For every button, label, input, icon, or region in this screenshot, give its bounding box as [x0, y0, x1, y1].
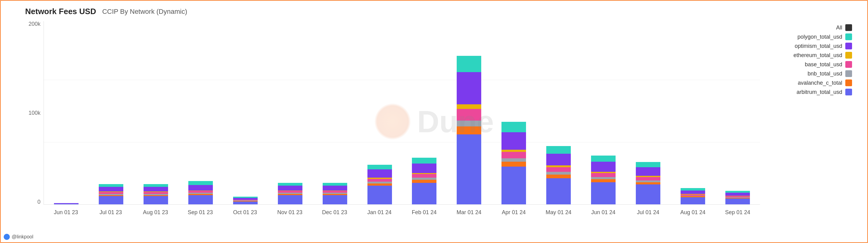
- bar-segment-2-0: [144, 196, 168, 204]
- bar-segment-13-3: [636, 177, 660, 180]
- bar-stack-8: [412, 158, 436, 204]
- legend-label-6: avalanche_c_total: [798, 80, 842, 86]
- x-label-14: Aug 01 24: [671, 209, 715, 216]
- bar-group-6: [313, 21, 357, 204]
- bar-segment-9-3: [457, 109, 481, 121]
- bar-segment-9-5: [457, 72, 481, 104]
- bar-segment-1-5: [99, 187, 123, 191]
- legend-label-5: bnb_total_usd: [808, 70, 842, 77]
- bar-segment-10-3: [501, 152, 526, 158]
- bar-segment-9-2: [457, 121, 481, 126]
- bar-segment-12-3: [591, 173, 616, 177]
- legend-color-2: [845, 43, 852, 50]
- x-label-4: Oct 01 23: [223, 209, 268, 216]
- chart-container: Network Fees USD CCIP By Network (Dynami…: [0, 0, 868, 243]
- bar-group-5: [268, 21, 313, 204]
- legend-color-4: [845, 61, 852, 68]
- bar-stack-10: [501, 122, 526, 204]
- bar-segment-12-2: [591, 177, 616, 180]
- legend-item-6: avalanche_c_total: [766, 80, 852, 86]
- bar-stack-12: [591, 156, 616, 204]
- bar-stack-3: [188, 181, 213, 204]
- bar-segment-8-2: [412, 178, 436, 180]
- bar-segment-4-0: [233, 202, 258, 204]
- bar-segment-9-4: [457, 104, 481, 109]
- bar-segment-14-6: [681, 188, 705, 190]
- bar-segment-10-2: [501, 158, 526, 162]
- bar-segment-6-6: [323, 183, 347, 186]
- chart-title: Network Fees USD CCIP By Network (Dynami…: [25, 7, 858, 16]
- x-label-9: Mar 01 24: [446, 209, 491, 216]
- legend-label-0: All: [836, 25, 842, 31]
- bar-group-2: [133, 21, 178, 204]
- chart-main: 200k 100k 0 Jun 01 23Jul 01 23Aug 01 23S…: [25, 21, 760, 220]
- legend-item-7: arbitrum_total_usd: [766, 89, 852, 95]
- bar-stack-11: [546, 146, 571, 204]
- legend-item-3: ethereum_total_usd: [766, 52, 852, 59]
- bar-segment-14-0: [681, 197, 705, 204]
- bar-segment-8-1: [412, 180, 436, 183]
- y-label-0: 0: [37, 199, 40, 205]
- bar-segment-8-0: [412, 183, 436, 204]
- bar-segment-3-6: [188, 181, 213, 185]
- x-label-12: Jun 01 24: [581, 209, 626, 216]
- bar-segment-11-1: [546, 175, 571, 178]
- bar-segment-1-6: [99, 184, 123, 187]
- bar-segment-12-5: [591, 162, 616, 172]
- bar-segment-11-6: [546, 146, 571, 154]
- bar-segment-7-6: [367, 165, 392, 170]
- bar-segment-15-5: [725, 193, 750, 195]
- x-label-8: Feb 01 24: [402, 209, 446, 216]
- bar-segment-7-3: [367, 179, 392, 182]
- chart-area: 200k 100k 0 Jun 01 23Jul 01 23Aug 01 23S…: [25, 21, 858, 220]
- bar-segment-3-0: [188, 195, 213, 204]
- legend-label-4: base_total_usd: [805, 61, 842, 68]
- bar-segment-2-5: [144, 187, 168, 191]
- legend-color-7: [845, 89, 852, 95]
- attribution-text: @linkpool: [12, 234, 33, 240]
- bar-segment-5-6: [278, 183, 303, 186]
- bar-stack-15: [725, 191, 750, 204]
- legend-color-0: [845, 24, 852, 31]
- legend-item-4: base_total_usd: [766, 61, 852, 68]
- bar-segment-13-1: [636, 182, 660, 185]
- bar-stack-1: [99, 184, 123, 204]
- x-labels: Jun 01 23Jul 01 23Aug 01 23Sep 01 23Oct …: [43, 205, 760, 220]
- bar-stack-14: [681, 188, 705, 204]
- bar-segment-10-5: [501, 132, 526, 150]
- x-label-1: Jul 01 23: [88, 209, 133, 216]
- legend-item-0: All: [766, 24, 852, 31]
- legend-color-1: [845, 33, 852, 40]
- x-label-5: Nov 01 23: [268, 209, 312, 216]
- bar-segment-2-6: [144, 184, 168, 187]
- legend-label-7: arbitrum_total_usd: [797, 89, 842, 95]
- legend: Allpolygon_total_usdoptimism_total_usdet…: [760, 21, 858, 220]
- bar-segment-13-0: [636, 184, 660, 204]
- legend-label-2: optimism_total_usd: [795, 43, 842, 50]
- x-label-3: Sep 01 23: [178, 209, 223, 216]
- x-label-10: Apr 01 24: [491, 209, 536, 216]
- bar-segment-9-1: [457, 126, 481, 135]
- bar-segment-13-6: [636, 162, 660, 167]
- bar-group-8: [402, 21, 447, 204]
- bar-segment-7-0: [367, 186, 392, 204]
- bar-segment-14-5: [681, 190, 705, 194]
- legend-color-3: [845, 52, 852, 59]
- bar-segment-8-6: [412, 158, 436, 163]
- legend-item-2: optimism_total_usd: [766, 43, 852, 50]
- bar-segment-11-2: [546, 172, 571, 175]
- bar-segment-9-0: [457, 134, 481, 204]
- bar-stack-4: [233, 197, 258, 204]
- legend-item-1: polygon_total_usd: [766, 33, 852, 40]
- bar-segment-12-6: [591, 156, 616, 162]
- bar-segment-10-4: [501, 150, 526, 152]
- bar-stack-9: [457, 56, 481, 204]
- bar-group-13: [626, 21, 671, 204]
- bar-group-1: [89, 21, 133, 204]
- bar-segment-11-3: [546, 167, 571, 172]
- legend-item-5: bnb_total_usd: [766, 70, 852, 77]
- bar-segment-6-5: [323, 186, 347, 190]
- x-label-11: May 01 24: [536, 209, 581, 216]
- legend-label-1: polygon_total_usd: [798, 34, 842, 40]
- bar-group-9: [446, 21, 491, 204]
